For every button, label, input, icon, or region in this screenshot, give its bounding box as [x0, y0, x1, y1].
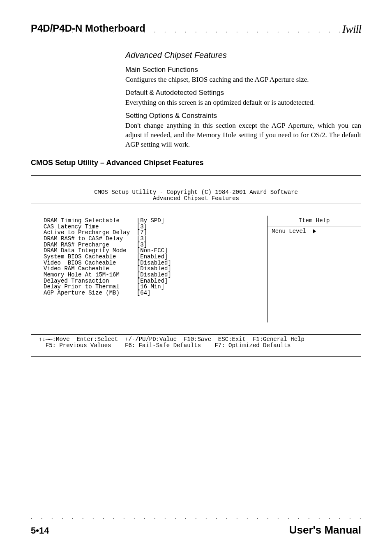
footer-label: User's Manual	[289, 524, 361, 536]
section-title: Advanced Chipset Features	[125, 51, 361, 60]
bios-help-title: Item Help	[267, 216, 361, 226]
bios-screenshot: CMOS Setup Utility - Copyright (C) 1984-…	[31, 175, 361, 357]
bios-header-line2: Advanced Chipset Features	[153, 195, 239, 202]
subheading-defaults: Default & Autodetected Settings	[125, 89, 361, 97]
bios-help-panel: Item Help Menu Level	[267, 216, 361, 322]
menu-level-label: Menu Level	[272, 228, 309, 235]
divider-top: . . . . . . . . . . . . . . . . . . . . …	[31, 28, 361, 34]
bios-footer-line2: F5: Previous Values F6: Fail-Safe Defaul…	[39, 342, 291, 349]
bios-footer: ↑↓→←:Move Enter:Select +/-/PU/PD:Value F…	[31, 334, 361, 350]
content-block: Advanced Chipset Features Main Section F…	[125, 51, 361, 150]
setup-utility-title: CMOS Setup Utility – Advanced Chipset Fe…	[31, 159, 361, 167]
body-functions: Configures the chipset, BIOS caching and…	[125, 75, 361, 85]
subheading-functions: Main Section Functions	[125, 66, 361, 74]
bios-footer-line1: ↑↓→←:Move Enter:Select +/-/PU/PD:Value F…	[39, 336, 304, 343]
page-number: 5•14	[31, 525, 49, 536]
arrow-right-icon	[313, 229, 316, 233]
footer-row: 5•14 User's Manual	[31, 524, 361, 536]
bios-settings-list: DRAM Timing Selectable [By SPD] CAS Late…	[31, 216, 267, 322]
bios-main: DRAM Timing Selectable [By SPD] CAS Late…	[31, 216, 361, 322]
subheading-constraints: Setting Options & Constraints	[125, 112, 361, 120]
bios-header-line1: CMOS Setup Utility - Copyright (C) 1984-…	[94, 189, 298, 196]
bios-header: CMOS Setup Utility - Copyright (C) 1984-…	[31, 188, 361, 203]
body-constraints: Don't change anything in this section ex…	[125, 121, 361, 150]
body-defaults: Everything on this screen is an optimize…	[125, 98, 361, 108]
page-footer: . . . . . . . . . . . . . . . . . . . . …	[31, 514, 361, 536]
divider-bottom: . . . . . . . . . . . . . . . . . . . . …	[31, 514, 361, 520]
bios-help-body: Menu Level	[267, 226, 361, 322]
